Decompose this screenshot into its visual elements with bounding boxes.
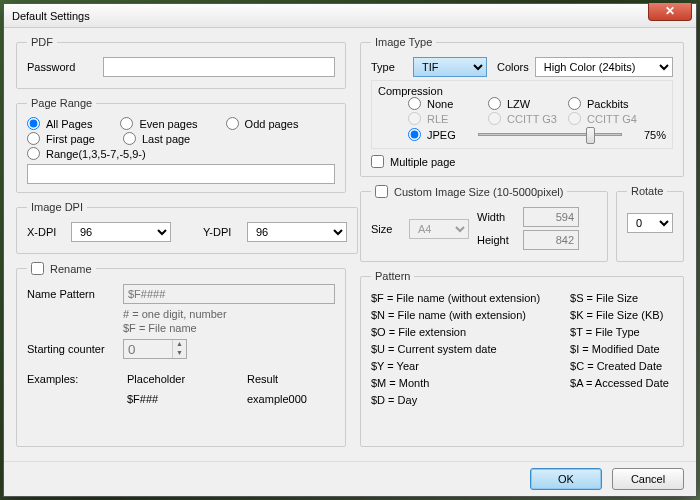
jpeg-quality-slider[interactable] <box>478 133 622 136</box>
width-label: Width <box>477 211 517 223</box>
dialog-footer: OK Cancel <box>4 461 696 496</box>
examples-label: Examples: <box>27 373 97 405</box>
rotate-group: Rotate 0 <box>616 185 684 262</box>
imagetype-legend: Image Type <box>371 36 436 48</box>
window-title: Default Settings <box>12 10 90 22</box>
pattern-item: $C = Created Date <box>570 358 669 375</box>
examples-header: Result <box>247 373 307 385</box>
starting-counter-input[interactable]: ▲▼ <box>123 339 187 359</box>
pattern-hint: # = one digit, number <box>123 307 335 321</box>
radio-odd-pages[interactable]: Odd pages <box>226 117 299 130</box>
dialog-body: PDF Password Page Range All Pages Even p… <box>4 28 696 461</box>
slider-thumb[interactable] <box>586 127 595 144</box>
radio-all-pages[interactable]: All Pages <box>27 117 92 130</box>
radio-lzw[interactable]: LZW <box>488 97 568 110</box>
dialog-window: Default Settings ✕ PDF Password Page Ran… <box>3 3 697 497</box>
cancel-button[interactable]: Cancel <box>612 468 684 490</box>
multipage-checkbox[interactable]: Multiple page <box>371 155 673 168</box>
example-placeholder: $F### <box>127 393 217 405</box>
chevron-down-icon[interactable]: ▼ <box>173 349 186 358</box>
ok-button[interactable]: OK <box>530 468 602 490</box>
pagerange-legend: Page Range <box>27 97 96 109</box>
pattern-item: $N = File name (with extension) <box>371 307 540 324</box>
pdf-legend: PDF <box>27 36 57 48</box>
radio-rle: RLE <box>408 112 488 125</box>
chevron-up-icon[interactable]: ▲ <box>173 340 186 349</box>
compression-legend: Compression <box>378 85 666 97</box>
jpeg-quality-value: 75% <box>632 129 666 141</box>
customsize-checkbox[interactable]: Custom Image Size (10-5000pixel) <box>371 185 567 198</box>
height-label: Height <box>477 234 517 246</box>
rename-group: Rename Name Pattern # = one digit, numbe… <box>16 262 346 447</box>
dpi-group: Image DPI X-DPI 96 Y-DPI 96 <box>16 201 358 254</box>
dpi-legend: Image DPI <box>27 201 87 213</box>
ydpi-label: Y-DPI <box>203 226 241 238</box>
size-select[interactable]: A4 <box>409 219 469 239</box>
xdpi-label: X-DPI <box>27 226 65 238</box>
radio-ccittg3: CCITT G3 <box>488 112 568 125</box>
pattern-legend: Pattern <box>371 270 414 282</box>
size-label: Size <box>371 223 401 235</box>
pattern-item: $Y = Year <box>371 358 540 375</box>
radio-range[interactable]: Range(1,3,5-7,-5,9-) <box>27 147 146 160</box>
starting-counter-label: Starting counter <box>27 343 117 355</box>
rotate-select[interactable]: 0 <box>627 213 673 233</box>
password-label: Password <box>27 61 97 73</box>
pattern-item: $U = Current system date <box>371 341 540 358</box>
width-input[interactable] <box>523 207 579 227</box>
ydpi-select[interactable]: 96 <box>247 222 347 242</box>
pattern-hint: $F = File name <box>123 321 335 335</box>
type-label: Type <box>371 61 407 73</box>
radio-even-pages[interactable]: Even pages <box>120 117 197 130</box>
pattern-item: $O = File extension <box>371 324 540 341</box>
colors-label: Colors <box>497 61 529 73</box>
type-select[interactable]: TIF <box>413 57 487 77</box>
pdf-group: PDF Password <box>16 36 346 89</box>
examples-header: Placeholder <box>127 373 217 385</box>
radio-last-page[interactable]: Last page <box>123 132 190 145</box>
pattern-item: $A = Accessed Date <box>570 375 669 392</box>
close-icon: ✕ <box>665 4 675 18</box>
titlebar: Default Settings ✕ <box>4 4 696 28</box>
pattern-item: $K = File Size (KB) <box>570 307 669 324</box>
pattern-item: $I = Modified Date <box>570 341 669 358</box>
radio-none[interactable]: None <box>408 97 488 110</box>
height-input[interactable] <box>523 230 579 250</box>
rotate-legend: Rotate <box>627 185 667 197</box>
radio-first-page[interactable]: First page <box>27 132 95 145</box>
rename-checkbox[interactable]: Rename <box>27 262 96 275</box>
pattern-item: $F = File name (without extension) <box>371 290 540 307</box>
name-pattern-input[interactable] <box>123 284 335 304</box>
pattern-group: Pattern $F = File name (without extensio… <box>360 270 684 447</box>
radio-jpeg[interactable]: JPEG <box>408 128 468 141</box>
name-pattern-label: Name Pattern <box>27 288 117 300</box>
password-input[interactable] <box>103 57 335 77</box>
imagetype-group: Image Type Type TIF Colors High Color (2… <box>360 36 684 177</box>
radio-ccittg4: CCITT G4 <box>568 112 648 125</box>
colors-select[interactable]: High Color (24bits) <box>535 57 673 77</box>
example-result: example000 <box>247 393 307 405</box>
xdpi-select[interactable]: 96 <box>71 222 171 242</box>
compression-group: Compression None LZW Packbits RLE CCITT … <box>371 80 673 149</box>
pattern-item: $D = Day <box>371 392 540 409</box>
pagerange-group: Page Range All Pages Even pages Odd page… <box>16 97 346 193</box>
close-button[interactable]: ✕ <box>648 3 692 21</box>
pattern-item: $M = Month <box>371 375 540 392</box>
range-input[interactable] <box>27 164 335 184</box>
customsize-group: Custom Image Size (10-5000pixel) Size A4… <box>360 185 608 262</box>
pattern-item: $S = File Size <box>570 290 669 307</box>
pattern-item: $T = File Type <box>570 324 669 341</box>
radio-packbits[interactable]: Packbits <box>568 97 648 110</box>
